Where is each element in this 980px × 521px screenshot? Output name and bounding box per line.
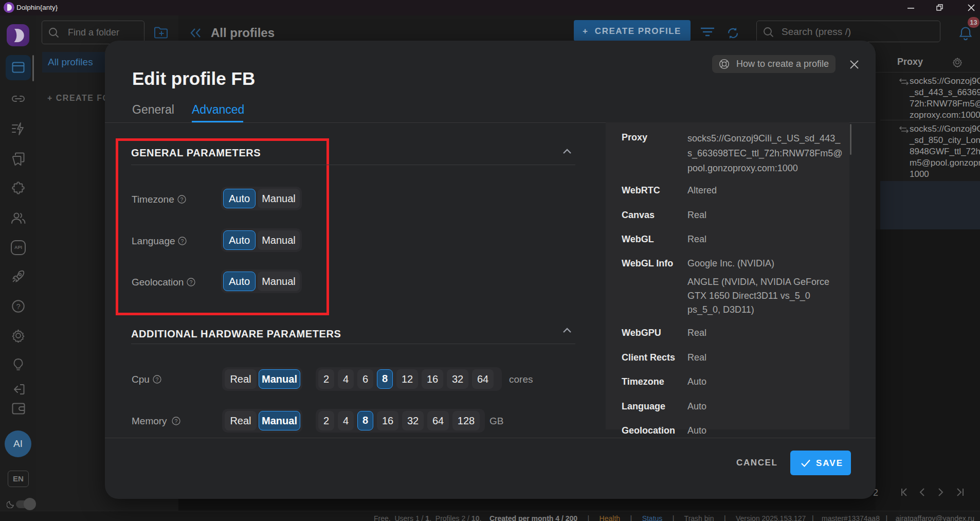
svg-text:?: ? [175, 418, 178, 424]
svg-text:?: ? [190, 279, 193, 285]
svg-text:?: ? [180, 196, 184, 203]
svg-text:?: ? [181, 238, 184, 244]
svg-text:?: ? [16, 302, 20, 311]
svg-text:?: ? [156, 376, 159, 383]
